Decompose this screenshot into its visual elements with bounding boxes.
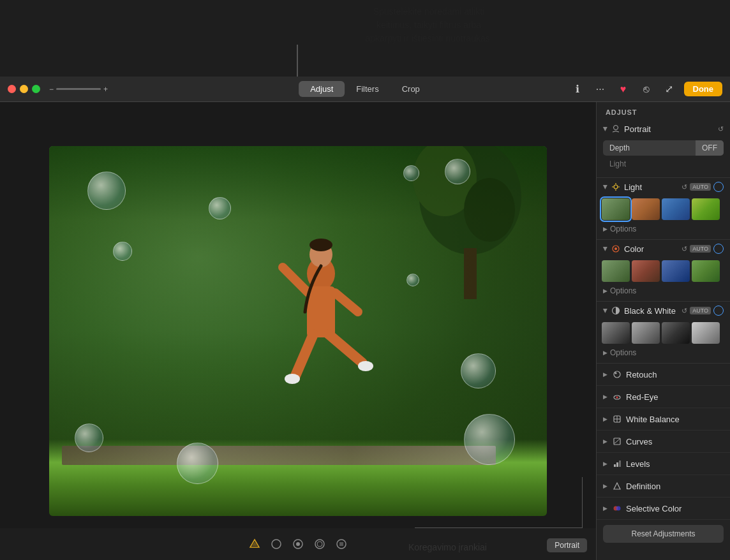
selective-color-label: Selective Color — [626, 504, 682, 513]
bw-icon — [611, 306, 621, 316]
done-button[interactable]: Done — [684, 82, 723, 96]
light-preset-1[interactable] — [602, 198, 630, 220]
color-preset-3[interactable] — [662, 260, 690, 282]
light-circle-button[interactable] — [713, 182, 724, 192]
selective-color-section[interactable]: ▶ Selective Color — [597, 497, 730, 520]
bw-section-header[interactable]: ▶ Black & White ↺ AUTO — [597, 302, 730, 320]
color-options-row[interactable]: ▶ Options — [597, 284, 730, 298]
photo-bottom-bar: Portrait — [0, 528, 596, 560]
bw-options-row[interactable]: ▶ Options — [597, 346, 730, 360]
definition-chevron-icon: ▶ — [603, 483, 607, 489]
color-options-chevron-icon: ▶ — [603, 288, 607, 294]
tab-crop[interactable]: Crop — [391, 81, 431, 97]
definition-section[interactable]: ▶ Definition — [597, 475, 730, 497]
brightness-slider[interactable] — [56, 88, 101, 90]
svg-point-20 — [317, 542, 322, 547]
light-options-row[interactable]: ▶ Options — [597, 223, 730, 237]
photo-area: Portrait — [0, 102, 596, 560]
more-button[interactable]: ··· — [592, 81, 609, 98]
bw-auto-badge[interactable]: AUTO — [690, 307, 711, 314]
fullscreen-button[interactable] — [32, 85, 40, 93]
portrait-reset-icon[interactable]: ↺ — [718, 125, 724, 133]
white-balance-section[interactable]: ▶ White Balance — [597, 408, 730, 431]
bw-preset-4[interactable] — [692, 322, 720, 344]
svg-point-23 — [614, 126, 618, 130]
light-preset-3[interactable] — [662, 198, 690, 220]
light-preset-4[interactable] — [692, 198, 720, 220]
heart-button[interactable]: ♥ — [615, 81, 632, 98]
red-eye-icon — [611, 391, 623, 402]
bw-preset-1[interactable] — [602, 322, 630, 344]
bw-options-chevron-icon: ▶ — [603, 350, 607, 356]
bubble-10 — [406, 274, 419, 286]
color-section: ▶ Color ↺ AUTO — [597, 240, 730, 302]
svg-point-16 — [272, 540, 281, 549]
color-preset-4[interactable] — [692, 260, 720, 282]
color-section-header[interactable]: ▶ Color ↺ AUTO — [597, 240, 730, 258]
retouch-section[interactable]: ▶ Retouch — [597, 364, 730, 386]
depth-off-value[interactable]: OFF — [696, 140, 724, 156]
color-circle-button[interactable] — [713, 244, 724, 254]
minimize-button[interactable] — [20, 85, 28, 93]
color-label: Color — [624, 244, 682, 254]
portrait-section-header[interactable]: ▶ Portrait ↺ — [597, 120, 730, 138]
curves-section[interactable]: ▶ Curves — [597, 431, 730, 453]
portrait-chevron-icon: ▶ — [602, 127, 609, 131]
bw-preset-3[interactable] — [662, 322, 690, 344]
red-eye-section[interactable]: ▶ Red-Eye — [597, 386, 730, 408]
red-eye-chevron-icon: ▶ — [603, 394, 607, 400]
tab-adjust[interactable]: Adjust — [299, 81, 345, 97]
light-auto-badge[interactable]: AUTO — [690, 183, 711, 191]
extend-button[interactable]: ⤢ — [661, 81, 678, 98]
retouch-label: Retouch — [626, 370, 657, 379]
brightness-minus-icon[interactable]: − — [49, 85, 54, 94]
light-preset-2[interactable] — [632, 198, 660, 220]
portrait-button[interactable]: Portrait — [547, 538, 587, 552]
color-preset-1[interactable] — [602, 260, 630, 282]
retouch-icon — [611, 369, 623, 380]
svg-point-30 — [615, 247, 617, 250]
definition-icon — [611, 480, 623, 492]
portrait-light-label: Light — [603, 158, 724, 170]
bw-circle-button[interactable] — [713, 306, 724, 316]
color-auto-badge[interactable]: AUTO — [690, 245, 711, 253]
circle-icon-1[interactable] — [269, 537, 283, 551]
main-area: Portrait ADJUST ▶ Portrait ↺ — [0, 102, 730, 560]
svg-point-33 — [615, 372, 617, 374]
svg-point-43 — [616, 506, 621, 511]
right-panel: ADJUST ▶ Portrait ↺ Depth OFF — [596, 102, 730, 560]
svg-point-32 — [614, 371, 620, 378]
annotation-connector-vertical — [297, 45, 298, 80]
circle-icon-3[interactable] — [313, 537, 327, 551]
portrait-section: ▶ Portrait ↺ Depth OFF Light — [597, 120, 730, 178]
titlebar: − + Adjust Filters Crop ℹ ··· ♥ ⎋ ⤢ Done — [0, 77, 730, 102]
levels-chevron-icon: ▶ — [603, 461, 607, 467]
svg-point-24 — [614, 185, 618, 189]
light-reset-icon[interactable]: ↺ — [682, 183, 687, 191]
share-button[interactable]: ⎋ — [638, 81, 655, 98]
bw-preset-2[interactable] — [632, 322, 660, 344]
reset-adjustments-button[interactable]: Reset Adjustments — [603, 525, 724, 543]
bw-section: ▶ Black & White ↺ AUTO — [597, 302, 730, 364]
info-button[interactable]: ℹ — [569, 81, 586, 98]
portrait-actions: ↺ — [718, 125, 724, 133]
bubble-8 — [177, 443, 218, 484]
close-button[interactable] — [8, 85, 16, 93]
portrait-label: Portrait — [624, 124, 718, 134]
bubble-5 — [113, 242, 132, 261]
tab-filters[interactable]: Filters — [345, 81, 390, 97]
color-reset-icon[interactable]: ↺ — [682, 245, 687, 253]
light-section-header[interactable]: ▶ Light ↺ AUTO — [597, 178, 730, 196]
brightness-plus-icon[interactable]: + — [103, 85, 108, 94]
circle-icon-2[interactable] — [291, 537, 305, 551]
svg-line-11 — [329, 334, 362, 363]
bw-label: Black & White — [624, 306, 682, 316]
color-preset-2[interactable] — [632, 260, 660, 282]
circle-icon-4[interactable] — [334, 537, 348, 551]
light-presets-row — [597, 196, 730, 223]
depth-row: Depth OFF — [603, 140, 724, 156]
bw-reset-icon[interactable]: ↺ — [682, 307, 687, 315]
photo-main — [49, 146, 547, 516]
levels-section[interactable]: ▶ Levels — [597, 453, 730, 475]
portrait-icon[interactable] — [248, 537, 262, 551]
